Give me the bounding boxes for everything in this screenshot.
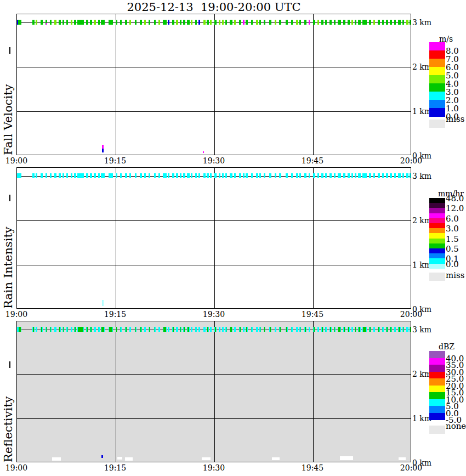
echo-segment [259,173,261,178]
echo-segment [234,327,236,332]
colorbar-miss-label: none [446,421,466,431]
gridline-vertical [214,168,215,308]
echo-mark [202,457,211,460]
echo-segment [90,20,92,25]
time-tick-label: 19:00 [3,310,30,319]
echo-segment [390,327,391,332]
echo-segment [225,20,227,25]
echo-mark [101,455,103,458]
echo-segment [214,173,217,178]
y-axis-label-tick [9,195,10,201]
echo-segment [144,20,146,25]
colorbar-band [429,399,445,406]
echo-segment [158,327,160,332]
echo-segment [390,173,392,178]
echo-segment [129,327,131,332]
colorbar-band [429,42,445,51]
echo-segment [74,173,76,178]
echo-segment [176,327,178,332]
echo-segment [355,20,356,25]
altitude-label: 1 km [412,260,431,269]
echo-segment [286,20,288,25]
gridline-horizontal [17,67,411,67]
echo-segment [234,20,236,25]
echo-segment [94,20,96,25]
colorbar-band [429,386,445,393]
echo-segment [59,20,61,25]
echo-segment [222,20,224,25]
echo-segment [378,20,380,25]
echo-segment [86,173,88,178]
echo-segment [299,20,301,25]
gridline-vertical [313,321,314,462]
echo-segment [203,20,206,25]
echo-segment [329,20,332,25]
echo-segment [154,173,156,178]
echo-segment [334,173,336,178]
echo-segment [256,20,258,25]
echo-segment [125,173,127,178]
echo-segment [121,327,121,332]
echo-segment [187,20,190,25]
time-tick-label: 19:30 [201,310,227,319]
echo-segment [398,173,401,178]
echo-mark [125,457,133,461]
echo-segment [144,327,146,332]
echo-segment [198,327,200,332]
echo-segment [129,20,131,25]
echo-segment [54,173,56,178]
time-tick-label: 19:00 [3,156,30,165]
echo-segment [125,20,127,25]
echo-segment [264,327,265,332]
echo-segment [256,327,258,332]
echo-segment [338,173,341,178]
gridline-vertical [116,321,116,462]
echo-segment [325,20,327,25]
echo-segment [144,173,146,178]
echo-segment [50,20,52,25]
altitude-label: 2 km [412,216,431,225]
time-tick-label: 19:00 [3,463,30,472]
echo-segment [176,173,178,178]
y-axis-label: Reflectivity [2,321,15,462]
y-axis-label-tick [9,361,10,368]
colorbar-band [429,264,445,269]
echo-segment [243,173,245,178]
colorbar-band [429,67,445,76]
gridline-vertical [214,321,215,462]
echo-segment [168,327,169,332]
echo-segment [183,173,185,178]
echo-segment [279,173,281,178]
echo-segment [369,20,371,25]
colorbar-tick-label: 1.5 [446,234,459,244]
echo-segment [63,327,64,332]
colorbar-band [429,59,445,67]
y-axis-label: Fall Velocity [2,14,15,155]
echo-segment [140,327,141,332]
echo-segment [183,20,185,25]
echo-segment [66,173,68,178]
echo-segment [410,173,411,178]
echo-segment [251,20,253,25]
colorbar-tick-label: 12.0 [446,203,464,213]
echo-segment [296,20,298,25]
time-tick-label: 19:45 [299,310,326,319]
echo-segment [338,20,341,25]
echo-segment [325,173,327,178]
echo-segment [120,173,122,178]
echo-segment [94,327,96,332]
echo-segment [176,20,178,25]
colorbar-tick-label: 3.0 [446,224,459,234]
echo-segment [215,327,216,332]
echo-segment [140,173,142,178]
echo-segment [214,20,217,25]
echo-segment [280,327,281,332]
echo-segment [269,20,271,25]
echo-segment [210,327,212,332]
echo-segment [402,173,404,178]
echo-segment [243,327,245,332]
altitude-label: 3 km [412,18,431,27]
echo-segment [66,20,68,25]
echo-segment [402,20,404,25]
colorbar-band [429,358,445,365]
